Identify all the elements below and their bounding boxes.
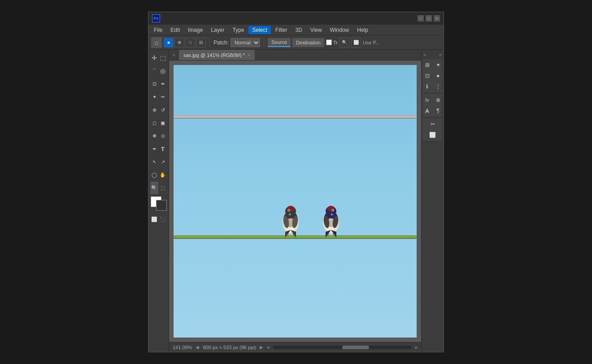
transparent-label: Tr: [333, 40, 338, 45]
mask-button[interactable]: ⬜: [351, 38, 361, 48]
direct-select-tool[interactable]: ↗: [159, 156, 167, 168]
minimize-button[interactable]: −: [418, 15, 424, 22]
scrollbar-thumb[interactable]: [342, 346, 369, 349]
magic-wand-tool[interactable]: ⬚: [159, 182, 167, 194]
intersect-opt[interactable]: ⊟: [196, 38, 206, 48]
move-opt[interactable]: ⊕: [174, 38, 184, 48]
shape-tool[interactable]: ◯: [150, 169, 158, 181]
eraser-tool[interactable]: ◻: [150, 117, 158, 129]
menu-type[interactable]: Type: [229, 26, 248, 34]
panel-brush-btn[interactable]: ✂: [428, 119, 438, 129]
panel-collapse-left[interactable]: «: [423, 52, 427, 58]
menu-bar: File Edit Image Layer Type Select Filter…: [148, 25, 444, 35]
file-tab-close[interactable]: ×: [248, 52, 250, 57]
menu-edit[interactable]: Edit: [167, 26, 183, 34]
status-left-arrow[interactable]: ◀: [196, 345, 199, 350]
close-button[interactable]: ×: [434, 15, 440, 22]
screen-mode-tool[interactable]: ⬛: [159, 213, 167, 225]
dodge-tool[interactable]: ⊙: [159, 130, 167, 142]
panel-circle-btn[interactable]: ●: [433, 71, 443, 81]
eyedropper-tool[interactable]: ✒: [159, 78, 167, 90]
title-bar-controls[interactable]: − □ ×: [418, 15, 440, 22]
home-button[interactable]: ⌂: [151, 37, 162, 48]
panel-info-btn[interactable]: ℹ: [422, 82, 432, 91]
marquee-tool[interactable]: ⬚: [159, 52, 167, 64]
menu-window[interactable]: Window: [326, 26, 353, 34]
menu-help[interactable]: Help: [353, 26, 372, 34]
history-brush-tool[interactable]: ↺: [159, 104, 167, 116]
title-bar-left: Ps: [152, 14, 160, 22]
healing-tool[interactable]: ✦: [150, 91, 158, 103]
tab-collapse-left[interactable]: «: [169, 50, 179, 60]
horizontal-scrollbar[interactable]: [273, 346, 412, 349]
tool-options-group: ■ ⊕ □ ⊟: [164, 38, 206, 48]
options-bar: ⌂ ■ ⊕ □ ⊟ Patch: Normal Source Destinati…: [148, 35, 444, 50]
panel-info-pair: ℹ ⋮: [422, 82, 443, 91]
patch-mode-select[interactable]: Normal: [231, 38, 260, 47]
panel-collapse-right[interactable]: »: [438, 52, 443, 58]
crop-tool[interactable]: ⊡: [150, 78, 158, 90]
panel-grid-btn[interactable]: ⊞: [422, 60, 432, 70]
menu-view[interactable]: View: [307, 26, 326, 34]
move-tool[interactable]: ✛: [150, 52, 158, 64]
panel-type-para[interactable]: ¶: [433, 106, 443, 116]
transparent-checkbox[interactable]: [326, 39, 332, 45]
photoshop-window: Ps − □ × File Edit Image Layer Type Sele…: [148, 12, 444, 352]
panel-layers-btn[interactable]: ⊕: [433, 95, 443, 105]
background-color[interactable]: [156, 200, 167, 211]
path-direct-pair: ↖ ↗: [150, 156, 167, 168]
clone-history-pair: ⊕ ↺: [150, 104, 167, 116]
menu-select[interactable]: Select: [248, 26, 270, 34]
transparent-checkbox-label[interactable]: Tr: [326, 39, 338, 45]
dimensions-status: 800 px × 533 px (96 ppi): [203, 345, 256, 350]
lasso-tool[interactable]: ⌒: [150, 65, 158, 77]
clone-tool[interactable]: ⊕: [150, 104, 158, 116]
restore-button[interactable]: □: [426, 15, 432, 22]
title-bar: Ps − □ ×: [148, 12, 444, 25]
menu-filter[interactable]: Filter: [272, 26, 291, 34]
menu-layer[interactable]: Layer: [207, 26, 228, 34]
subtract-opt[interactable]: □: [185, 38, 195, 48]
path-select-tool[interactable]: ↖: [150, 156, 158, 168]
status-right-arrow[interactable]: ▶: [260, 345, 263, 350]
bird-right: [313, 195, 349, 240]
pen-tool[interactable]: ✒: [150, 143, 158, 155]
rect-select-opt[interactable]: ■: [164, 38, 174, 48]
quick-select-tool[interactable]: ◎: [159, 65, 167, 77]
file-tab[interactable]: sas.jpg @ 141% (RGB/8#) * ×: [179, 50, 255, 60]
destination-button[interactable]: Destination: [292, 38, 324, 47]
main-area: ✛ ⬚ ⌒ ◎ ⊡ ✒ ✦ ✏ ⊕ ↺ ◻ ▣: [148, 50, 444, 352]
patch-label: Patch:: [213, 39, 229, 46]
separator-2: [264, 38, 264, 47]
panel-hist-btn[interactable]: ⬜: [428, 130, 438, 140]
brush-tool[interactable]: ✏: [159, 91, 167, 103]
text-tool[interactable]: T: [159, 143, 167, 155]
panel-type-pair: A ¶: [422, 106, 443, 116]
status-back-arrow[interactable]: ◂: [267, 345, 269, 350]
gradient-tool[interactable]: ▣: [159, 117, 167, 129]
panel-star-btn[interactable]: ✦: [433, 60, 443, 70]
svg-point-23: [332, 210, 334, 211]
panel-fx-btn[interactable]: fx: [422, 95, 432, 105]
menu-file[interactable]: File: [150, 26, 166, 34]
tab-bar: « sas.jpg @ 141% (RGB/8#) * ×: [169, 50, 421, 61]
menu-image[interactable]: Image: [184, 26, 206, 34]
menu-3d[interactable]: 3D: [292, 26, 305, 34]
search-button[interactable]: 🔍: [340, 38, 349, 48]
zoom-magicwand-pair: 🔍 ⬚: [150, 182, 167, 194]
panel-more-btn[interactable]: ⋮: [433, 82, 443, 91]
eraser-gradient-pair: ◻ ▣: [150, 117, 167, 129]
canvas-image: [174, 65, 417, 338]
panel-type-A[interactable]: A: [422, 106, 432, 116]
hand-tool[interactable]: ✋: [159, 169, 167, 181]
use-pattern-label: Use P...: [363, 40, 380, 45]
wire-top: [174, 115, 417, 119]
status-forward-arrow[interactable]: ▸: [415, 345, 418, 350]
blur-dodge-pair: ❋ ⊙: [150, 130, 167, 142]
source-button[interactable]: Source: [268, 38, 291, 47]
panel-adjust-btn[interactable]: ⊡: [422, 71, 432, 81]
blur-tool[interactable]: ❋: [150, 130, 158, 142]
shape-hand-pair: ◯ ✋: [150, 169, 167, 181]
quick-mask-tool[interactable]: ⬜: [150, 213, 158, 225]
zoom-tool[interactable]: 🔍: [150, 182, 158, 194]
